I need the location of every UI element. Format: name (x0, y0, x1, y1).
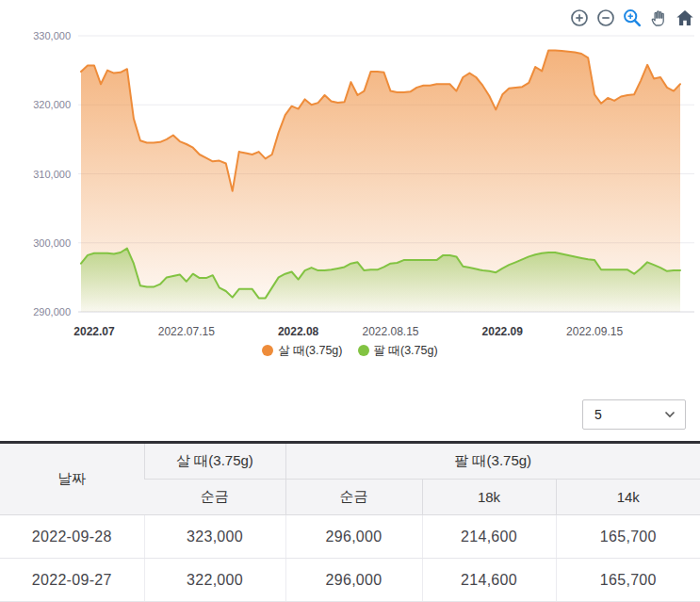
svg-text:290,000: 290,000 (33, 306, 71, 317)
table-row: 2022-09-27322,000296,000214,600165,700 (0, 559, 700, 602)
gold-price-chart-panel: 290,000300,000310,000320,000330,0002022.… (0, 0, 700, 341)
header-sell-group: 팔 때(3.75g) (285, 443, 700, 480)
rows-per-page-select[interactable]: 5 (582, 399, 686, 430)
header-sell-pure: 순금 (285, 480, 422, 515)
cell-k14: 165,700 (556, 515, 700, 559)
chevron-down-icon (664, 411, 676, 418)
chart-toolbar (569, 8, 694, 27)
legend-label-sell: 팔 때(3.75g) (374, 343, 438, 359)
svg-text:320,000: 320,000 (33, 99, 71, 110)
cell-buy: 322,000 (144, 559, 285, 602)
cell-date: 2022-09-28 (0, 515, 144, 559)
svg-text:2022.07: 2022.07 (73, 325, 115, 338)
legend-item-sell: 팔 때(3.75g) (358, 343, 438, 359)
legend-label-buy: 살 때(3.75g) (278, 343, 342, 359)
cell-date: 2022-09-27 (0, 559, 144, 602)
pan-hand-icon (649, 8, 668, 27)
header-buy-group: 살 때(3.75g) (144, 443, 285, 480)
cell-k18: 214,600 (422, 515, 556, 559)
price-table-body: 2022-09-28323,000296,000214,600165,70020… (0, 515, 700, 602)
cell-sell: 296,000 (285, 559, 422, 602)
legend-item-buy: 살 때(3.75g) (262, 343, 342, 359)
price-table-header: 날짜 살 때(3.75g) 팔 때(3.75g) 순금 순금 18k 14k (0, 443, 700, 515)
home-button[interactable] (675, 8, 694, 27)
legend-dot-buy-icon (262, 345, 273, 356)
cell-sell: 296,000 (285, 515, 422, 559)
svg-text:300,000: 300,000 (33, 237, 71, 249)
gold-price-table: 날짜 살 때(3.75g) 팔 때(3.75g) 순금 순금 18k 14k 2… (0, 441, 700, 602)
zoom-in-button[interactable] (569, 8, 589, 27)
pan-button[interactable] (648, 8, 668, 27)
cell-k18: 214,600 (422, 559, 556, 602)
header-date: 날짜 (0, 443, 144, 515)
zoom-selection-button[interactable] (622, 8, 642, 27)
rows-per-page-value: 5 (594, 407, 602, 422)
table-controls: 5 (0, 399, 686, 430)
zoom-selection-icon (623, 8, 642, 27)
header-sell-18k: 18k (422, 480, 556, 515)
home-reset-icon (676, 8, 694, 27)
chart-legend: 살 때(3.75g) 팔 때(3.75g) (0, 341, 700, 360)
table-row: 2022-09-28323,000296,000214,600165,700 (0, 515, 700, 559)
cell-buy: 323,000 (144, 515, 285, 559)
price-chart[interactable]: 290,000300,000310,000320,000330,0002022.… (0, 0, 700, 341)
svg-text:2022.08: 2022.08 (278, 325, 319, 338)
svg-text:2022.09: 2022.09 (482, 325, 524, 338)
header-buy-pure: 순금 (144, 480, 285, 515)
svg-text:2022.09.15: 2022.09.15 (566, 325, 623, 338)
svg-text:2022.08.15: 2022.08.15 (362, 325, 418, 338)
zoom-in-icon (570, 8, 589, 27)
svg-text:310,000: 310,000 (33, 169, 71, 180)
zoom-out-icon (596, 8, 615, 27)
header-sell-14k: 14k (556, 480, 700, 515)
zoom-out-button[interactable] (595, 8, 615, 27)
cell-k14: 165,700 (556, 559, 700, 602)
svg-text:2022.07.15: 2022.07.15 (158, 325, 215, 338)
svg-text:330,000: 330,000 (33, 30, 71, 41)
legend-dot-sell-icon (358, 345, 369, 356)
